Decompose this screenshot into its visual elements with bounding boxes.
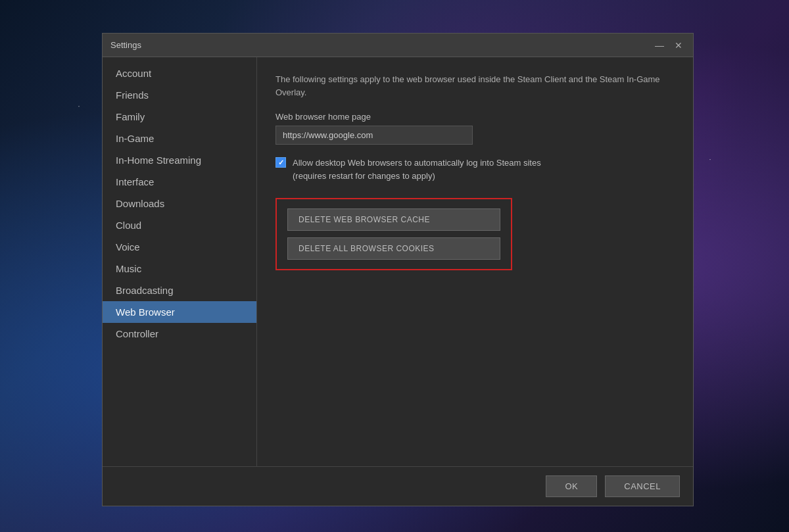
homepage-label: Web browser home page bbox=[275, 112, 675, 122]
checkbox-check-icon: ✓ bbox=[278, 158, 284, 167]
description-text: The following settings apply to the web … bbox=[275, 73, 675, 99]
dialog-footer: OK CANCEL bbox=[103, 466, 693, 506]
sidebar-item-in-home-streaming[interactable]: In-Home Streaming bbox=[103, 149, 256, 171]
sidebar-item-interface[interactable]: Interface bbox=[103, 171, 256, 193]
browser-action-section: DELETE WEB BROWSER CACHE DELETE ALL BROW… bbox=[275, 198, 512, 270]
sidebar-item-broadcasting[interactable]: Broadcasting bbox=[103, 279, 256, 301]
sidebar: Account Friends Family In-Game In-Home S… bbox=[103, 57, 257, 466]
sidebar-item-web-browser[interactable]: Web Browser bbox=[103, 301, 256, 323]
dialog-body: Account Friends Family In-Game In-Home S… bbox=[103, 57, 693, 466]
sidebar-item-friends[interactable]: Friends bbox=[103, 84, 256, 106]
sidebar-item-downloads[interactable]: Downloads bbox=[103, 193, 256, 214]
sidebar-item-cloud[interactable]: Cloud bbox=[103, 214, 256, 236]
close-button[interactable]: ✕ bbox=[672, 39, 685, 51]
cancel-button[interactable]: CANCEL bbox=[605, 475, 680, 497]
dialog-title: Settings bbox=[110, 40, 141, 50]
delete-cache-button[interactable]: DELETE WEB BROWSER CACHE bbox=[287, 208, 500, 231]
title-bar: Settings — ✕ bbox=[103, 34, 693, 57]
sidebar-item-controller[interactable]: Controller bbox=[103, 323, 256, 345]
auto-login-label: Allow desktop Web browsers to automatica… bbox=[293, 157, 541, 182]
homepage-input[interactable] bbox=[275, 126, 473, 145]
settings-dialog: Settings — ✕ Account Friends Family In-G… bbox=[102, 33, 694, 506]
minimize-button[interactable]: — bbox=[652, 39, 667, 51]
sidebar-item-account[interactable]: Account bbox=[103, 62, 256, 84]
sidebar-item-voice[interactable]: Voice bbox=[103, 236, 256, 258]
delete-cookies-button[interactable]: DELETE ALL BROWSER COOKIES bbox=[287, 237, 500, 260]
sidebar-item-music[interactable]: Music bbox=[103, 258, 256, 279]
sidebar-item-family[interactable]: Family bbox=[103, 106, 256, 128]
sidebar-item-in-game[interactable]: In-Game bbox=[103, 128, 256, 149]
checkbox-row: ✓ Allow desktop Web browsers to automati… bbox=[275, 157, 675, 182]
auto-login-checkbox[interactable]: ✓ bbox=[275, 157, 286, 168]
title-bar-controls: — ✕ bbox=[652, 39, 685, 51]
ok-button[interactable]: OK bbox=[546, 475, 597, 497]
content-area: The following settings apply to the web … bbox=[257, 57, 693, 466]
